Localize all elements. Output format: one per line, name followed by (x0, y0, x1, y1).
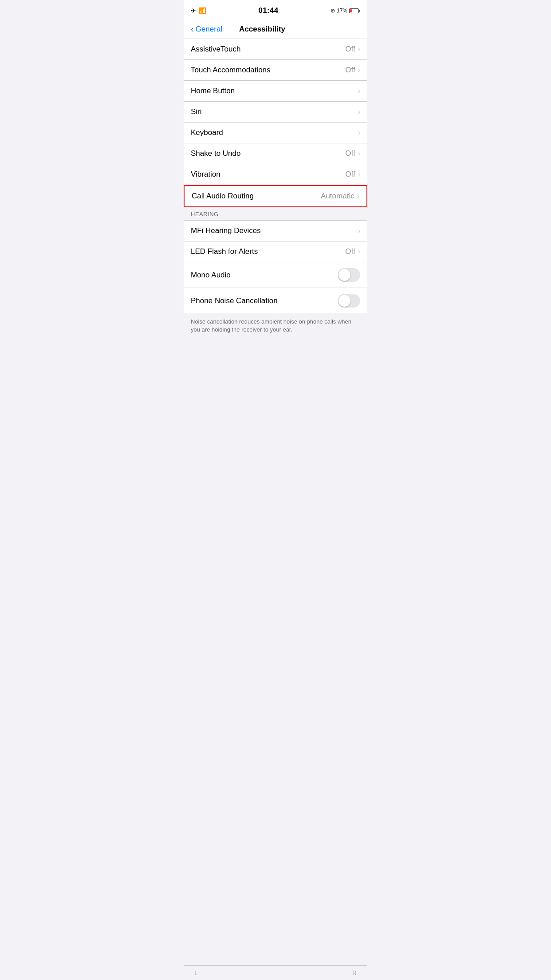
settings-right-home-button: › (358, 87, 360, 95)
chevron-right-icon: › (357, 192, 359, 200)
settings-item-home-button[interactable]: Home Button› (184, 81, 367, 102)
settings-item-siri[interactable]: Siri› (184, 102, 367, 122)
footer-note: Noise cancellation reduces ambient noise… (184, 313, 367, 339)
wifi-icon: 📶 (199, 7, 206, 14)
settings-right-shake-to-undo: Off› (345, 149, 360, 158)
screen-rotation-icon: ⊕ (331, 8, 335, 14)
settings-item-keyboard[interactable]: Keyboard› (184, 122, 367, 143)
airplane-mode-icon: ✈ (191, 7, 196, 14)
chevron-right-icon: › (358, 248, 360, 256)
settings-label-siri: Siri (191, 107, 358, 116)
settings-item-led-flash-alerts[interactable]: LED Flash for AlertsOff› (184, 241, 367, 262)
chevron-right-icon: › (358, 170, 360, 178)
settings-item-shake-to-undo[interactable]: Shake to UndoOff› (184, 143, 367, 164)
toggle-phone-noise-cancellation[interactable] (338, 294, 360, 308)
page-title: Accessibility (229, 25, 295, 34)
status-left-icons: ✈ 📶 (191, 7, 206, 14)
status-time: 01:44 (258, 6, 278, 15)
settings-right-touch-accommodations: Off› (345, 66, 360, 75)
settings-label-mono-audio: Mono Audio (191, 271, 338, 280)
battery-icon (349, 8, 360, 13)
battery-percent: 17% (337, 8, 347, 14)
nav-bar: ‹ General Accessibility (184, 20, 367, 39)
settings-right-keyboard: › (358, 129, 360, 137)
settings-right-call-audio-routing: Automatic› (321, 192, 359, 201)
chevron-right-icon: › (358, 87, 360, 95)
settings-value-led-flash-alerts: Off (345, 247, 355, 256)
toggle-mono-audio[interactable] (338, 268, 360, 282)
settings-item-mfi-hearing-devices[interactable]: MFi Hearing Devices› (184, 221, 367, 241)
chevron-right-icon: › (358, 45, 360, 53)
settings-item-touch-accommodations[interactable]: Touch AccommodationsOff› (184, 60, 367, 81)
chevron-right-icon: › (358, 227, 360, 235)
settings-right-vibration: Off› (345, 170, 360, 179)
toggle-knob (338, 269, 350, 281)
back-chevron-icon: ‹ (191, 24, 194, 34)
settings-label-vibration: Vibration (191, 170, 345, 179)
settings-label-call-audio-routing: Call Audio Routing (192, 192, 321, 201)
settings-right-mono-audio (338, 268, 360, 282)
settings-item-call-audio-routing[interactable]: Call Audio RoutingAutomatic› (184, 185, 367, 207)
settings-label-phone-noise-cancellation: Phone Noise Cancellation (191, 296, 338, 305)
settings-label-mfi-hearing-devices: MFi Hearing Devices (191, 226, 358, 235)
status-bar: ✈ 📶 01:44 ⊕ 17% (184, 0, 367, 20)
chevron-right-icon: › (358, 129, 360, 137)
settings-item-assistive-touch[interactable]: AssistiveTouchOff› (184, 39, 367, 60)
settings-right-siri: › (358, 108, 360, 116)
chevron-right-icon: › (358, 150, 360, 158)
settings-value-shake-to-undo: Off (345, 149, 355, 158)
toggle-knob (338, 295, 350, 307)
settings-item-vibration[interactable]: VibrationOff› (184, 164, 367, 185)
status-right-icons: ⊕ 17% (331, 8, 360, 14)
settings-label-touch-accommodations: Touch Accommodations (191, 66, 345, 75)
hearing-settings-section: MFi Hearing Devices›LED Flash for Alerts… (184, 221, 367, 313)
settings-label-keyboard: Keyboard (191, 128, 358, 137)
settings-label-shake-to-undo: Shake to Undo (191, 149, 345, 158)
settings-right-mfi-hearing-devices: › (358, 227, 360, 235)
chevron-right-icon: › (358, 66, 360, 74)
settings-label-home-button: Home Button (191, 87, 358, 95)
settings-right-assistive-touch: Off› (345, 45, 360, 54)
back-label: General (196, 25, 222, 34)
settings-value-assistive-touch: Off (345, 45, 355, 54)
settings-value-vibration: Off (345, 170, 355, 179)
settings-right-led-flash-alerts: Off› (345, 247, 360, 256)
hearing-section-header: HEARING (184, 207, 367, 221)
settings-value-touch-accommodations: Off (345, 66, 355, 75)
settings-right-phone-noise-cancellation (338, 294, 360, 308)
settings-value-call-audio-routing: Automatic (321, 192, 354, 201)
main-settings-section: AssistiveTouchOff›Touch AccommodationsOf… (184, 39, 367, 207)
chevron-right-icon: › (358, 108, 360, 116)
settings-item-mono-audio[interactable]: Mono Audio (184, 262, 367, 288)
settings-label-assistive-touch: AssistiveTouch (191, 45, 345, 54)
settings-item-phone-noise-cancellation[interactable]: Phone Noise Cancellation (184, 288, 367, 313)
settings-label-led-flash-alerts: LED Flash for Alerts (191, 247, 345, 256)
